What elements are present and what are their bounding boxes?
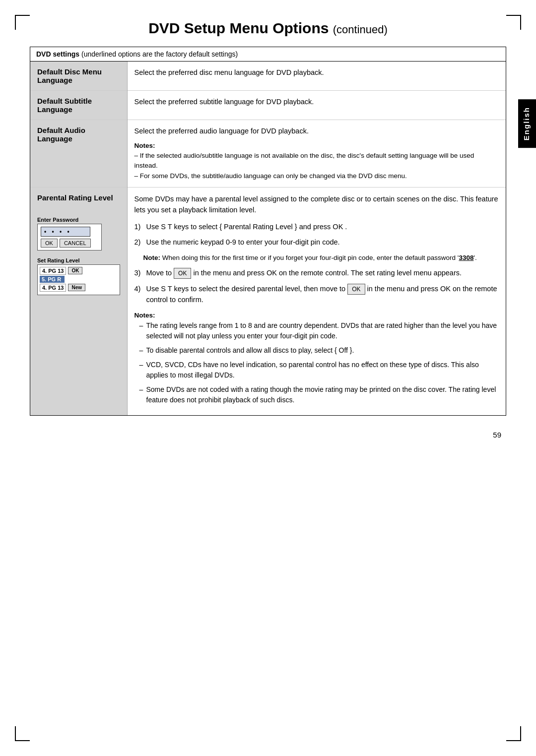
page-title: DVD Setup Menu Options (continued) (30, 15, 506, 37)
continued-text: (continued) (333, 23, 388, 36)
corner-mark-bl-v (15, 726, 16, 741)
label-parental: Parental Rating Level Enter Password • •… (30, 187, 127, 415)
table-row: Parental Rating Level Enter Password • •… (30, 187, 506, 415)
step-2: 2) Use the numeric keypad 0-9 to enter y… (134, 237, 499, 248)
dvd-settings-label: DVD settings (36, 50, 79, 58)
rating-row-2: 5. PG R (40, 276, 118, 283)
content-parental: Some DVDs may have a parental level assi… (127, 187, 506, 415)
rating-ui: Set Rating Level 4. PG 13 OK 5. PG R (37, 257, 120, 295)
table-row: Default Disc Menu Language Select the pr… (30, 62, 506, 91)
label-subtitle: Default Subtitle Language (30, 91, 127, 120)
page-number: 59 (30, 426, 506, 439)
english-tab: English (518, 99, 536, 148)
content-subtitle: Select the preferred subtitle language f… (127, 91, 506, 120)
label-audio: Default Audio Language (30, 120, 127, 188)
password-ok-button[interactable]: OK (41, 239, 58, 248)
step-1: 1) Use S T keys to select { Parental Rat… (134, 222, 499, 233)
corner-mark-tl-h (15, 15, 30, 16)
content-disc-menu: Select the preferred disc menu language … (127, 62, 506, 91)
corner-mark-tl-v (15, 15, 16, 30)
label-disc-menu: Default Disc Menu Language (30, 62, 127, 91)
step-list: 1) Use S T keys to select { Parental Rat… (134, 222, 499, 306)
table-row: Default Subtitle Language Select the pre… (30, 91, 506, 120)
dvd-settings-header: DVD settings (underlined options are the… (30, 47, 506, 62)
table-row: Default Audio Language Select the prefer… (30, 120, 506, 188)
corner-mark-tr-v (520, 15, 521, 30)
dvd-settings-note: (underlined options are the factory defa… (81, 50, 238, 58)
corner-mark-tr-h (506, 15, 521, 16)
title-text: DVD Setup Menu Options (148, 20, 329, 36)
list-item: To disable parental controls and allow a… (139, 345, 499, 356)
page-container: English DVD Setup Menu Options (continue… (0, 0, 536, 756)
corner-mark-bl-h (15, 740, 30, 741)
parental-bullet-list: The rating levels range from 1 to 8 and … (134, 320, 499, 405)
rating-row-3: 4. PG 13 New (40, 284, 118, 292)
corner-mark-br-v (520, 726, 521, 741)
step-3: 3) Move to OK in the menu and press OK o… (134, 268, 499, 279)
password-ui: Enter Password • • • • OK CANCEL (37, 217, 120, 251)
corner-mark-br-h (506, 740, 521, 741)
audio-notes: Notes: – If the selected audio/subtitle … (134, 141, 499, 181)
parental-notes: Notes: The rating levels range from 1 to… (134, 311, 499, 405)
content-box: DVD settings (underlined options are the… (30, 47, 506, 416)
list-item: Some DVDs are not coded with a rating th… (139, 384, 499, 405)
password-field[interactable]: • • • • (41, 227, 90, 237)
content-audio: Select the preferred audio language for … (127, 120, 506, 188)
step-4: 4) Use S T keys to select the desired pa… (134, 284, 499, 306)
settings-table: Default Disc Menu Language Select the pr… (30, 62, 506, 415)
list-item: VCD, SVCD, CDs have no level indication,… (139, 360, 499, 380)
rating-row-1: 4. PG 13 OK (40, 267, 118, 275)
step-note: Note: When doing this for the first time… (143, 253, 499, 263)
password-btn-row: OK CANCEL (41, 239, 98, 248)
list-item: The rating levels range from 1 to 8 and … (139, 320, 499, 341)
password-cancel-button[interactable]: CANCEL (60, 239, 91, 248)
